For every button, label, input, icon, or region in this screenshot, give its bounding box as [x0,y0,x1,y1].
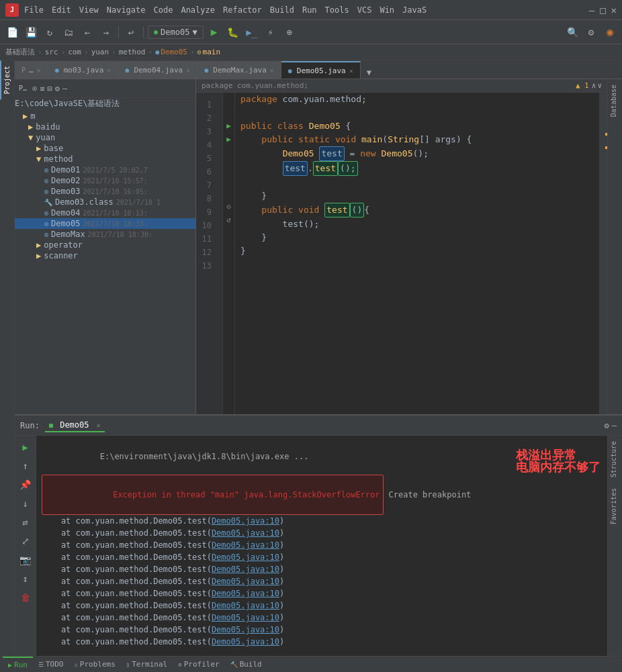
breadcrumb-src[interactable]: src [45,48,58,56]
breadcrumb-yuan[interactable]: yuan [91,48,109,56]
search-everywhere-button[interactable]: 🔍 [564,24,580,40]
run-bottom-tab[interactable]: ▶ Run [3,657,33,673]
menu-file[interactable]: File [24,5,44,15]
warning-nav-up[interactable]: ∧ [592,81,596,90]
help-button[interactable]: ◉ [602,24,618,40]
menu-code[interactable]: Code [154,5,173,15]
panel-hide-button[interactable]: — [612,421,617,430]
debug-button[interactable]: 🐛 [225,24,241,40]
wrap-button[interactable]: ⇄ [18,515,33,530]
sync-button[interactable]: ↻ [42,24,58,40]
menu-refactor[interactable]: Refactor [223,5,262,15]
expand-all-button[interactable]: ⤢ [18,534,33,548]
tree-item-m[interactable]: ▶ m [15,111,195,122]
scroll-down-button[interactable]: ↓ [18,496,33,511]
new-file-button[interactable]: 📄 [4,24,20,40]
menu-vcs[interactable]: VCS [357,5,372,15]
close-tab-demo04[interactable]: ✕ [186,66,190,74]
breadcrumb-demo05[interactable]: ●Demo05 [155,48,187,56]
create-breakpoint-label[interactable]: Create breakpoint [389,489,472,501]
menu-javas[interactable]: JavaS [402,5,427,15]
undo-button[interactable]: ↩ [123,24,139,40]
expand-button[interactable]: ≡ [40,84,44,93]
collapse-button[interactable]: ⊟ [48,84,52,93]
menu-analyze[interactable]: Analyze [181,5,215,15]
close-tab-demo05[interactable]: ✕ [349,67,353,75]
run-config-dropdown[interactable]: ● Demo05 ▼ [148,26,204,39]
warning-nav-down[interactable]: ∨ [597,81,602,90]
menu-tools[interactable]: Tools [325,5,349,15]
delete-button[interactable]: 🗑 [18,590,33,605]
tree-item-demo03class[interactable]: 🔧 Demo03.class 2021/7/10 1 [15,197,195,207]
tree-item-method[interactable]: ▼ method [15,154,195,164]
coverage-button[interactable]: ▶̲ [244,24,260,40]
panel-settings-button[interactable]: ⚙ [605,421,609,430]
problems-bottom-tab[interactable]: ⚠ Problems [69,657,120,673]
tree-item-demo01[interactable]: ⊙ Demo01 2021/7/5 20:02,7 [15,164,195,175]
tree-item-operator[interactable]: ▶ operator [15,240,195,250]
menu-build[interactable]: Build [270,5,294,15]
close-tab-demomax[interactable]: ✕ [270,66,274,74]
favorites-label[interactable]: Favorites [608,483,622,530]
back-button[interactable]: ← [79,24,95,40]
settings-button[interactable]: ⚙ [583,24,599,40]
run-button[interactable]: ▶ [206,24,222,40]
tree-item-yuan[interactable]: ▼ yuan [15,132,195,143]
locate-button[interactable]: ⊙ [32,84,37,93]
forward-button[interactable]: → [98,24,114,40]
breadcrumb-base[interactable]: 基础语法 [5,47,35,57]
database-panel-label[interactable]: Database [608,79,622,122]
maximize-button[interactable]: □ [600,5,605,15]
run-settings-button[interactable]: ↕ [18,571,33,586]
tree-item-base[interactable]: ▶ base [15,143,195,154]
tree-item-demo05[interactable]: ⊙ Demo05 2021/7/10 18:33: [15,218,195,229]
breadcrumb-com[interactable]: com [68,48,81,56]
tree-item-baidu[interactable]: ▶ baidu [15,122,195,132]
tree-item-scanner[interactable]: ▶ scanner [15,250,195,261]
terminal-bottom-tab[interactable]: ▯ Terminal [121,657,173,673]
screenshot-button[interactable]: 📷 [18,553,33,567]
tab-demo04[interactable]: ● Demo04.java ✕ [118,61,197,79]
tab-demo05[interactable]: ● Demo05.java ✕ [281,61,361,79]
tab-p[interactable]: P … ✕ [15,61,48,79]
project-structure-button[interactable]: 🗂 [60,24,77,40]
structure-label[interactable]: Structure [608,436,622,483]
save-button[interactable]: 💾 [23,24,39,40]
tab-demo03[interactable]: ● mo03.java ✕ [48,61,119,79]
run-tab[interactable]: ■ Demo05 ✕ [45,419,105,432]
tree-item-demo04[interactable]: ⊙ Demo04 2021/7/10 18:13: [15,207,195,218]
tree-item-demo03[interactable]: ⊙ Demo03 2021/7/10 16:05: [15,186,195,197]
menu-navigate[interactable]: Navigate [107,5,146,15]
refresh-10[interactable]: ↺ [223,213,234,227]
breadcrumb-main[interactable]: ⊙main [197,48,221,56]
project-panel-label[interactable]: Project [0,60,14,99]
breadcrumb-method[interactable]: method [119,48,146,56]
profiler-bottom-tab[interactable]: ⊙ Profiler [173,657,224,673]
run-gutter-4[interactable]: ▶ [223,133,234,146]
profile-button[interactable]: ⚡ [263,24,279,40]
settings-gear[interactable]: ⚙ [55,84,60,93]
run-gutter-3[interactable]: ▶ [223,119,234,133]
vcs-button[interactable]: ⊕ [281,24,298,40]
warning-badge[interactable]: ▲ 1 [576,81,589,90]
menu-view[interactable]: View [79,5,99,15]
file-tree[interactable]: ▶ m ▶ baidu ▼ yuan [15,109,195,414]
tree-item-demomax[interactable]: ⊙ DemoMax 2021/7/10 18:30: [15,229,195,240]
bookmark-9[interactable]: ◇ [223,200,234,213]
scroll-up-button[interactable]: ↑ [18,459,33,473]
hide-button[interactable]: — [62,84,67,93]
menu-edit[interactable]: Edit [52,5,71,15]
close-tab-demo03[interactable]: ✕ [107,66,111,74]
code-area[interactable]: 1 2 3 4 5 6 7 8 9 10 11 12 13 [196,93,607,414]
menu-win[interactable]: Win [380,5,394,15]
tab-overflow-button[interactable]: ▼ [363,66,375,79]
menu-run[interactable]: Run [302,5,317,15]
close-button[interactable]: ✕ [611,5,617,15]
minimize-button[interactable]: — [589,5,594,15]
tab-demomax[interactable]: ● DemoMax.java ✕ [197,61,281,79]
todo-bottom-tab[interactable]: ☰ TODO [33,657,69,673]
tree-item-demo02[interactable]: ⊙ Demo02 2021/7/10 15:57: [15,175,195,186]
build-bottom-tab[interactable]: 🔨 Build [225,657,267,673]
restart-button[interactable]: ▶ [18,440,33,454]
tool-pin[interactable]: 📌 [18,477,33,492]
